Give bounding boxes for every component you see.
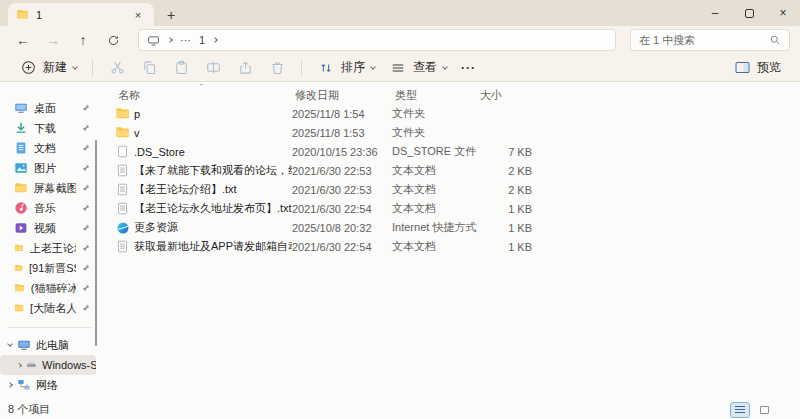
share-button[interactable] <box>229 56 261 80</box>
delete-button[interactable] <box>261 56 293 80</box>
file-row[interactable]: p 2025/11/8 1:54 文件夹 <box>100 104 800 123</box>
icons-view-button[interactable] <box>754 402 774 418</box>
folder-icon <box>115 125 130 140</box>
sidebar-item-network[interactable]: 网络 <box>0 375 100 395</box>
maximize-button[interactable] <box>732 0 766 26</box>
minimize-button[interactable]: – <box>698 0 732 26</box>
column-header-size[interactable]: 大小 <box>480 88 535 103</box>
folder-icon <box>14 241 24 255</box>
this-pc-icon <box>17 338 31 352</box>
file-row[interactable]: 更多资源 2025/10/8 20:32 Internet 快捷方式 1 KB <box>100 218 800 237</box>
music-icon <box>14 201 28 215</box>
cut-button[interactable] <box>101 56 133 80</box>
pin-icon <box>82 184 90 192</box>
forward-button[interactable]: → <box>40 28 66 52</box>
pin-icon <box>82 224 90 232</box>
chevron-down-icon <box>442 64 448 70</box>
sidebar-item-label: 下载 <box>34 121 56 136</box>
folder-icon <box>14 181 28 195</box>
file-type: 文件夹 <box>392 106 477 121</box>
pin-icon <box>82 264 90 272</box>
new-tab-button[interactable]: + <box>160 4 182 26</box>
preview-button[interactable]: 预览 <box>726 56 788 80</box>
sidebar-item-videos[interactable]: 视频 <box>0 218 100 238</box>
file-row[interactable]: 【老王论坛介绍】.txt 2021/6/30 22:53 文本文档 2 KB <box>100 180 800 199</box>
file-size: 2 KB <box>477 165 532 177</box>
text-file-icon <box>115 239 130 254</box>
sidebar-item-documents[interactable]: 文档 <box>0 138 100 158</box>
file-row[interactable]: .DS_Store 2020/10/15 23:36 DS_STORE 文件 7… <box>100 142 800 161</box>
rename-icon <box>204 59 222 77</box>
tab-folder-1[interactable]: 1 × <box>8 3 154 26</box>
preview-button-label: 预览 <box>757 59 781 76</box>
file-explorer-window: 1 × + – × ← → ↑ ··· 1 在 1 中搜索 <box>0 0 800 419</box>
tab-label: 1 <box>36 9 42 21</box>
back-button[interactable]: ← <box>10 28 36 52</box>
document-icon <box>14 141 28 155</box>
sidebar-item-music[interactable]: 音乐 <box>0 198 100 218</box>
pin-icon <box>82 304 90 312</box>
file-row[interactable]: 【来了就能下载和观看的论坛，纯免费！】.txt 2021/6/30 22:53 … <box>100 161 800 180</box>
sidebar-item-folder[interactable]: [91新晋SSS]推 <box>0 258 100 278</box>
status-bar: 8 个项目 <box>0 400 800 419</box>
sidebar-item-downloads[interactable]: 下载 <box>0 118 100 138</box>
tab-close-icon[interactable]: × <box>130 7 146 23</box>
folder-icon <box>14 301 24 315</box>
file-type: DS_STORE 文件 <box>392 144 477 159</box>
breadcrumb-separator-icon <box>167 37 173 43</box>
paste-button[interactable] <box>165 56 197 80</box>
file-icon <box>115 144 130 159</box>
preview-pane-icon <box>733 59 751 77</box>
sidebar-divider <box>8 327 92 328</box>
details-view-button[interactable] <box>730 402 750 418</box>
view-button[interactable]: 查看 <box>382 56 454 80</box>
sidebar-scrollbar[interactable] <box>95 140 97 346</box>
drive-icon <box>26 358 37 372</box>
sidebar-item-desktop[interactable]: 桌面 <box>0 98 100 118</box>
sidebar-item-this-pc[interactable]: 此电脑 <box>0 335 100 355</box>
folder-icon <box>14 281 25 295</box>
up-button[interactable]: ↑ <box>70 28 96 52</box>
pin-icon <box>82 244 90 252</box>
sidebar: 桌面 下载 文档 图片 屏幕截图 <box>0 82 100 400</box>
column-header-date[interactable]: 修改日期 <box>295 88 395 103</box>
view-icon <box>389 59 407 77</box>
file-date: 2025/10/8 20:32 <box>292 222 392 234</box>
main-area: 桌面 下载 文档 图片 屏幕截图 <box>0 82 800 400</box>
items-count: 8 个项目 <box>8 402 50 417</box>
new-button[interactable]: 新建 <box>12 56 84 80</box>
sidebar-item-screenshots[interactable]: 屏幕截图 <box>0 178 100 198</box>
close-button[interactable]: × <box>766 0 800 26</box>
sidebar-item-folder[interactable]: 上老王论坛当 <box>0 238 100 258</box>
toolbar-divider <box>301 60 302 76</box>
file-row[interactable]: 【老王论坛永久地址发布页】.txt 2021/6/30 22:54 文本文档 1… <box>100 199 800 218</box>
more-options-button[interactable]: ··· <box>454 56 483 80</box>
folder-icon <box>14 261 23 275</box>
chevron-right-icon <box>17 362 22 367</box>
sidebar-item-windows-ssd[interactable]: Windows-SSD <box>0 355 96 375</box>
pin-icon <box>82 124 90 132</box>
trash-icon <box>268 59 286 77</box>
file-row[interactable]: 获取最新地址及APP请发邮箱自动获取.txt 2021/6/30 22:54 文… <box>100 237 800 256</box>
file-type: 文本文档 <box>392 163 477 178</box>
copy-button[interactable] <box>133 56 165 80</box>
sidebar-item-label: 网络 <box>36 378 58 393</box>
sidebar-item-folder[interactable]: [大陆名人] AI <box>0 298 100 318</box>
sidebar-item-label: 桌面 <box>34 101 56 116</box>
breadcrumb-overflow[interactable]: ··· <box>180 34 191 46</box>
breadcrumb-item-current[interactable]: 1 <box>199 34 205 46</box>
address-bar[interactable]: ··· 1 <box>138 29 616 51</box>
file-row[interactable]: v 2025/11/8 1:53 文件夹 <box>100 123 800 142</box>
sidebar-item-folder[interactable]: (猫猫碎冰冰 <box>0 278 100 298</box>
file-date: 2021/6/30 22:54 <box>292 203 392 215</box>
sort-button[interactable]: 排序 <box>310 56 382 80</box>
sidebar-item-pictures[interactable]: 图片 <box>0 158 100 178</box>
rename-button[interactable] <box>197 56 229 80</box>
column-header-name[interactable]: 名称 <box>118 88 295 103</box>
column-header-type[interactable]: 类型 <box>395 88 480 103</box>
file-date: 2025/11/8 1:54 <box>292 108 392 120</box>
file-type: Internet 快捷方式 <box>392 220 477 235</box>
sidebar-item-label: [91新晋SSS]推 <box>29 261 76 276</box>
search-input[interactable]: 在 1 中搜索 <box>630 29 790 51</box>
refresh-button[interactable] <box>100 28 126 52</box>
